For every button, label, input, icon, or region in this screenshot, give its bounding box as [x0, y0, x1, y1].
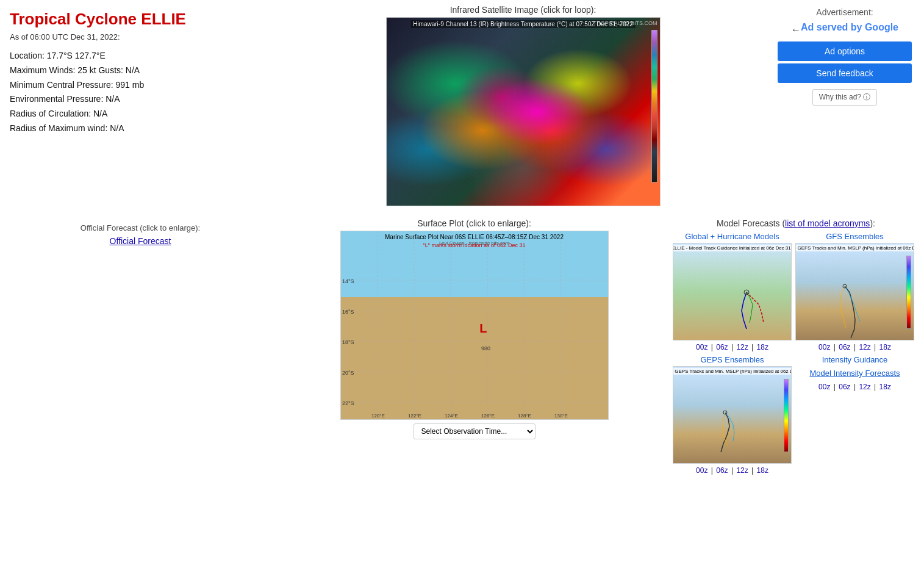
satellite-col: Infrared Satellite Image (click for loop… — [281, 5, 765, 206]
global-img-label-text: 06S ELLIE - Model Track Guidance Initial… — [673, 245, 792, 251]
global-18z-link[interactable]: 18z — [757, 343, 768, 351]
google-text: Google — [865, 22, 898, 32]
global-06z-link[interactable]: 06z — [716, 343, 728, 351]
official-forecast-link[interactable]: Official Forecast — [110, 236, 171, 246]
model-title-end: ): — [870, 218, 875, 228]
geps-06z-link[interactable]: 06z — [716, 466, 728, 475]
surface-plot-image[interactable]: Marine Surface Plot Near 06S ELLIE 06:45… — [340, 231, 609, 420]
env-pressure-text: Environmental Pressure: N/A — [10, 92, 271, 107]
geps-sep1: | — [711, 466, 715, 475]
cyclone-title: Tropical Cyclone ELLIE — [10, 10, 271, 29]
model-acronyms-link[interactable]: list of model acronyms — [785, 218, 870, 228]
geps-00z-link[interactable]: 00z — [696, 466, 707, 475]
top-section: Tropical Cyclone ELLIE As of 06:00 UTC D… — [0, 0, 924, 206]
gfs-label-text: 06S ELLIE - GEFS Tracks and Min. MSLP (h… — [795, 245, 914, 251]
geps-img-label: 06S ELLIE - GEPS Tracks and Min. MSLP (h… — [673, 368, 792, 375]
satellite-background — [387, 18, 660, 206]
gfs-18z-link[interactable]: 18z — [879, 343, 891, 351]
satellite-title[interactable]: Infrared Satellite Image (click for loop… — [285, 5, 761, 15]
geps-time-links: 00z | 06z | 12z | 18z — [673, 466, 792, 475]
intensity-sep2: | — [854, 383, 858, 391]
location-text: Location: 17.7°S 127.7°E — [10, 49, 271, 63]
geps-ensembles-image[interactable]: 06S ELLIE - GEPS Tracks and Min. MSLP (h… — [673, 366, 792, 464]
geps-tracks — [673, 367, 791, 463]
min-pressure-text: Minimum Central Pressure: 991 mb — [10, 78, 271, 93]
intensity-sep3: | — [874, 383, 878, 391]
global-sep2: | — [731, 343, 735, 351]
gfs-sep1: | — [834, 343, 837, 351]
official-forecast-col: Official Forecast (click to enlarge): Of… — [0, 218, 281, 251]
ad-served-text: Ad served by — [801, 22, 862, 32]
svg-point-24 — [843, 284, 847, 288]
satellite-image[interactable]: Himawari-9 Channel 13 (IR) Brightness Te… — [386, 17, 661, 206]
bottom-section: Official Forecast (click to enlarge): Of… — [0, 218, 924, 475]
global-time-links: 00z | 06z | 12z | 18z — [673, 343, 792, 351]
intensity-18z-link[interactable]: 18z — [879, 383, 891, 391]
surface-plot-title[interactable]: Surface Plot (click to enlarge): — [285, 218, 663, 228]
svg-point-25 — [723, 411, 727, 414]
geps-sep3: | — [751, 466, 755, 475]
official-forecast-title: Official Forecast (click to enlarge): — [10, 223, 271, 232]
global-hurricane-image[interactable]: 06S ELLIE - Model Track Guidance Initial… — [673, 243, 792, 340]
page-wrapper: Tropical Cyclone ELLIE As of 06:00 UTC D… — [0, 0, 924, 587]
geps-label-text: 06S ELLIE - GEPS Tracks and Min. MSLP (h… — [673, 369, 792, 374]
satellite-colorbar — [651, 30, 657, 182]
intensity-sep1: | — [834, 383, 837, 391]
gfs-img-label: 06S ELLIE - GEFS Tracks and Min. MSLP (h… — [795, 245, 914, 251]
gfs-12z-link[interactable]: 12z — [859, 343, 870, 351]
gfs-time-links: 00z | 06z | 12z | 18z — [795, 343, 914, 351]
surface-l-marker: L — [479, 322, 487, 336]
intensity-model-link[interactable]: Model Intensity Forecasts — [809, 369, 900, 378]
intensity-12z-link[interactable]: 12z — [859, 383, 870, 391]
advertisement-col: Advertisement: ← Ad served by Google Ad … — [765, 5, 924, 206]
model-title-text: Model Forecasts ( — [717, 218, 785, 228]
gfs-06z-link[interactable]: 06z — [839, 343, 850, 351]
ad-title: Advertisement: — [770, 7, 919, 17]
model-forecasts-title: Model Forecasts (list of model acronyms)… — [673, 218, 919, 228]
intensity-time-links: 00z | 06z | 12z | 18z — [795, 383, 914, 391]
global-sep1: | — [711, 343, 715, 351]
geps-ensembles-title: GEPS Ensembles — [673, 355, 792, 364]
gfs-tracks — [796, 243, 914, 340]
satellite-watermark: TROPICALTID BITS.COM — [593, 20, 657, 26]
model-forecasts-col: Model Forecasts (list of model acronyms)… — [668, 218, 924, 475]
gfs-00z-link[interactable]: 00z — [818, 343, 830, 351]
global-12z-link[interactable]: 12z — [736, 343, 748, 351]
model-item-gfs: GFS Ensembles 06S ELLIE - GEFS Tracks an… — [795, 232, 914, 351]
intensity-title: Intensity Guidance — [795, 355, 914, 364]
geps-sep2: | — [731, 466, 735, 475]
ad-options-button[interactable]: Ad options — [778, 41, 912, 61]
intensity-00z-link[interactable]: 00z — [818, 383, 830, 391]
send-feedback-button[interactable]: Send feedback — [778, 63, 912, 83]
why-this-ad[interactable]: Why this ad? ⓘ — [812, 89, 878, 106]
surface-land-area — [341, 297, 608, 419]
global-hurricane-label: 06S ELLIE - Model Track Guidance Initial… — [673, 245, 792, 251]
global-sep3: | — [751, 343, 755, 351]
geps-18z-link[interactable]: 18z — [757, 466, 768, 475]
model-grid: Global + Hurricane Models 06S ELLIE - Mo… — [673, 232, 919, 475]
ad-served-by: Ad served by Google — [801, 22, 898, 33]
geps-12z-link[interactable]: 12z — [736, 466, 748, 475]
svg-text:14°S: 14°S — [342, 278, 354, 284]
gfs-ensembles-image[interactable]: 06S ELLIE - GEFS Tracks and Min. MSLP (h… — [795, 243, 914, 340]
global-hurricane-bg: 06S ELLIE - Model Track Guidance Initial… — [673, 243, 791, 340]
surface-header-line1: Marine Surface Plot Near 06S ELLIE 06:45… — [385, 234, 564, 240]
intensity-06z-link[interactable]: 06z — [839, 383, 850, 391]
global-00z-link[interactable]: 00z — [696, 343, 707, 351]
max-winds-text: Maximum Winds: 25 kt Gusts: N/A — [10, 63, 271, 78]
ad-back-button[interactable]: ← — [791, 24, 801, 35]
global-hurricane-title: Global + Hurricane Models — [673, 232, 792, 241]
observation-time-select[interactable]: Select Observation Time... — [414, 423, 535, 439]
gfs-ensembles-bg: 06S ELLIE - GEFS Tracks and Min. MSLP (h… — [796, 243, 914, 340]
gfs-sep3: | — [874, 343, 878, 351]
model-item-global: Global + Hurricane Models 06S ELLIE - Mo… — [673, 232, 792, 351]
storm-info-col: Tropical Cyclone ELLIE As of 06:00 UTC D… — [0, 5, 281, 206]
surface-sub-label: "L" marks storm location as of 06Z Dec 3… — [423, 242, 526, 248]
as-of-text: As of 06:00 UTC Dec 31, 2022: — [10, 32, 271, 41]
radius-circulation-text: Radius of Circulation: N/A — [10, 107, 271, 121]
gfs-ensembles-title: GFS Ensembles — [795, 232, 914, 241]
radius-max-wind-text: Radius of Maximum wind: N/A — [10, 121, 271, 136]
storm-info: Location: 17.7°S 127.7°E Maximum Winds: … — [10, 49, 271, 136]
model-item-geps: GEPS Ensembles 06S ELLIE - GEPS Tracks a… — [673, 355, 792, 475]
surface-plot-col: Surface Plot (click to enlarge): Marine … — [281, 218, 668, 439]
